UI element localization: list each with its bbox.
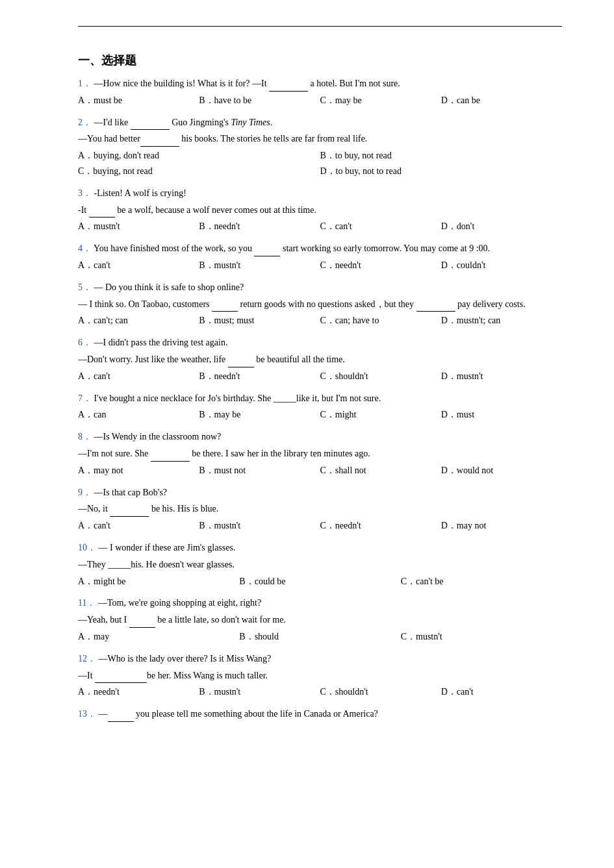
- q11-opt-a: A．may: [78, 629, 239, 645]
- q4-opt-b: B．mustn't: [199, 258, 320, 273]
- q9-blank: [110, 508, 149, 517]
- q8-opt-a: A．may not: [78, 463, 199, 478]
- q5-blank2: [416, 303, 455, 312]
- q9-options: A．can't B．mustn't C．needn't D．may not: [78, 518, 562, 534]
- q13-blank: [108, 713, 134, 722]
- q2-num: 2．: [78, 118, 92, 127]
- q2-opt-d: D．to buy, not to read: [320, 164, 563, 179]
- q2-options: A．buying, don't read B．to buy, not read …: [78, 148, 562, 179]
- q7-opt-d: D．must: [441, 407, 562, 423]
- q10-opt-c: C．can't be: [401, 574, 562, 589]
- q5-text1: 5． — Do you think it is safe to shop onl…: [78, 280, 562, 295]
- q6-text2: —Don't worry. Just like the weather, lif…: [78, 352, 562, 367]
- question-12: 12． —Who is the lady over there? Is it M…: [78, 651, 562, 700]
- q12-text2: —It be her. Miss Wang is much taller.: [78, 668, 562, 684]
- q2-blank2: [140, 138, 179, 147]
- q3-opt-c: C．can't: [320, 219, 441, 234]
- q5-num: 5．: [78, 282, 92, 292]
- q3-opt-b: B．needn't: [199, 219, 320, 234]
- q6-options: A．can't B．needn't C．shouldn't D．mustn't: [78, 369, 562, 384]
- q8-num: 8．: [78, 432, 92, 441]
- q9-text2: —No, it be his. His is blue.: [78, 501, 562, 517]
- q11-num: 11．: [78, 598, 96, 608]
- q4-text: 4． You have finished most of the work, s…: [78, 241, 562, 256]
- q12-num: 12．: [78, 654, 96, 663]
- q7-num: 7．: [78, 393, 92, 403]
- q8-opt-b: B．must not: [199, 463, 320, 478]
- q2-opt-a: A．buying, don't read: [78, 148, 320, 164]
- top-divider: [78, 26, 562, 27]
- q8-options: A．may not B．must not C．shall not D．would…: [78, 463, 562, 478]
- q9-num: 9．: [78, 488, 92, 497]
- q5-text2: — I think so. On Taobao, customers retur…: [78, 297, 562, 312]
- q12-opt-c: C．shouldn't: [320, 684, 441, 700]
- q6-opt-d: D．mustn't: [441, 369, 562, 384]
- question-8: 8． —Is Wendy in the classroom now? —I'm …: [78, 429, 562, 478]
- q3-blank: [89, 208, 115, 217]
- q12-opt-a: A．needn't: [78, 684, 199, 700]
- q2-text2: —You had better his books. The stories h…: [78, 131, 562, 147]
- q4-opt-d: D．couldn't: [441, 258, 562, 273]
- q1-opt-b: B．have to be: [199, 93, 320, 108]
- q10-num: 10．: [78, 543, 96, 552]
- q11-options: A．may B．should C．mustn't: [78, 629, 562, 645]
- question-11: 11． —Tom, we're going shopping at eight,…: [78, 595, 562, 644]
- q1-opt-d: D．can be: [441, 93, 562, 108]
- q10-opt-b: B．could be: [239, 574, 400, 589]
- q3-num: 3．: [78, 188, 92, 198]
- q5-opt-b: B．must; must: [199, 313, 320, 329]
- q5-opt-a: A．can't; can: [78, 313, 199, 329]
- q4-blank: [254, 247, 280, 256]
- q11-text2: —Yeah, but I be a little late, so don't …: [78, 612, 562, 628]
- q4-opt-c: C．needn't: [320, 258, 441, 273]
- question-6: 6． —I didn't pass the driving test again…: [78, 335, 562, 384]
- q3-text1: 3． -Listen! A wolf is crying!: [78, 186, 562, 201]
- q5-options: A．can't; can B．must; must C．can; have to…: [78, 313, 562, 329]
- q3-text2: -It be a wolf, because a wolf never come…: [78, 203, 562, 218]
- q6-opt-b: B．needn't: [199, 369, 320, 384]
- question-13: 13． — you please tell me something about…: [78, 706, 562, 722]
- q7-text: 7． I've bought a nice necklace for Jo's …: [78, 391, 562, 406]
- q7-opt-b: B．may be: [199, 407, 320, 423]
- q3-opt-d: D．don't: [441, 219, 562, 234]
- q6-opt-a: A．can't: [78, 369, 199, 384]
- question-3: 3． -Listen! A wolf is crying! -It be a w…: [78, 186, 562, 234]
- question-7: 7． I've bought a nice necklace for Jo's …: [78, 391, 562, 423]
- q9-text1: 9． —Is that cap Bob's?: [78, 485, 562, 501]
- q7-options: A．can B．may be C．might D．must: [78, 407, 562, 423]
- q9-opt-d: D．may not: [441, 518, 562, 534]
- question-1: 1． —How nice the building is! What is it…: [78, 76, 562, 108]
- q8-opt-c: C．shall not: [320, 463, 441, 478]
- q13-num: 13．: [78, 709, 96, 719]
- q8-text2: —I'm not sure. She be there. I saw her i…: [78, 446, 562, 462]
- q9-opt-b: B．mustn't: [199, 518, 320, 534]
- q6-opt-c: C．shouldn't: [320, 369, 441, 384]
- q2-opt-b: B．to buy, not read: [320, 148, 563, 164]
- q8-blank: [151, 453, 190, 462]
- q1-num: 1．: [78, 79, 92, 88]
- q3-options: A．mustn't B．needn't C．can't D．don't: [78, 219, 562, 234]
- q4-options: A．can't B．mustn't C．needn't D．couldn't: [78, 258, 562, 273]
- q1-text: 1． —How nice the building is! What is it…: [78, 76, 562, 92]
- q5-opt-d: D．mustn't; can: [441, 313, 562, 329]
- q11-opt-b: B．should: [239, 629, 400, 645]
- q13-text: 13． — you please tell me something about…: [78, 706, 562, 722]
- q11-blank: [129, 619, 155, 628]
- section-title: 一、选择题: [78, 53, 562, 68]
- q10-text2: —They _____his. He doesn't wear glasses.: [78, 557, 562, 573]
- q6-num: 6．: [78, 338, 92, 347]
- q2-blank1: [131, 121, 170, 130]
- q7-opt-a: A．can: [78, 407, 199, 423]
- q8-text1: 8． —Is Wendy in the classroom now?: [78, 429, 562, 445]
- q2-opt-c: C．buying, not read: [78, 164, 320, 179]
- q10-text1: 10． — I wonder if these are Jim's glasse…: [78, 540, 562, 556]
- question-5: 5． — Do you think it is safe to shop onl…: [78, 280, 562, 329]
- q9-opt-c: C．needn't: [320, 518, 441, 534]
- q1-opt-c: C．may be: [320, 93, 441, 108]
- q4-num: 4．: [78, 243, 92, 253]
- q6-text1: 6． —I didn't pass the driving test again…: [78, 335, 562, 351]
- q2-text1: 2． —I'd like Guo Jingming's Tiny Times.: [78, 115, 562, 130]
- q5-blank1: [212, 303, 238, 312]
- q4-opt-a: A．can't: [78, 258, 199, 273]
- q1-opt-a: A．must be: [78, 93, 199, 108]
